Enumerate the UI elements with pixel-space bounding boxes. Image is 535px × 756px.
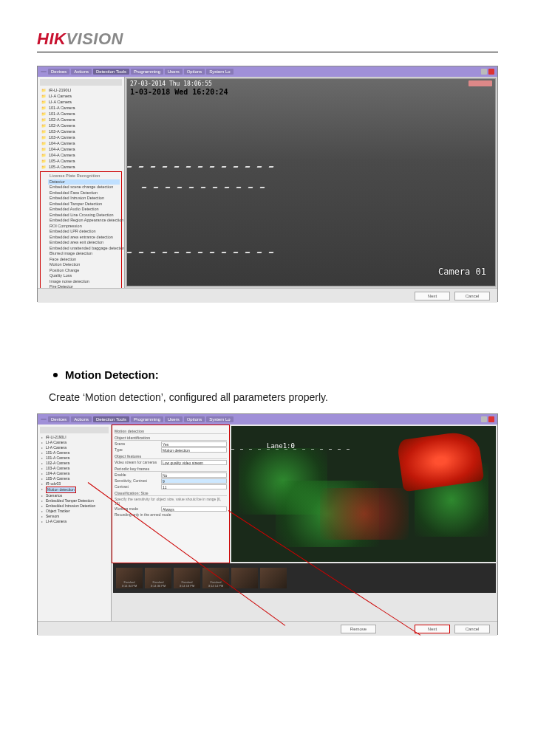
detector-item[interactable]: ROI Compression [48,224,120,230]
prop-value[interactable]: Motion detection [161,447,227,453]
next-button[interactable]: Next [415,292,450,300]
tab-system-log[interactable]: System Lo [206,416,233,422]
tree-item[interactable]: 101-A Camera [41,450,109,456]
thumbnail[interactable]: Finished3:14:36 PM [145,568,171,588]
detector-item[interactable]: Embedded area exit detection [48,240,120,246]
tab-detection-tools[interactable]: Detection Tools [93,69,129,75]
detector-item[interactable]: Embedded Tamper Detection [48,202,120,207]
close-icon[interactable] [488,416,494,422]
next-button[interactable]: Next [415,625,450,633]
screenshot-2: Devices Actions Detection Tools Programm… [37,413,498,635]
detector-item[interactable]: Embedded LPR detection [48,229,120,235]
tree-item[interactable]: 104-A Camera [43,146,122,152]
lane-marks [127,157,495,159]
tree-item[interactable]: Embedded Intrusion Detection [41,504,109,509]
tab-options[interactable]: Options [184,69,205,75]
detector-item[interactable]: Position Change [48,268,120,274]
camera-feed[interactable]: 27-03-2014 Thu 18:06:55 1-03-2018 Wed 16… [126,78,496,286]
tree-item[interactable]: 105-A Camera [43,164,122,170]
prop-value[interactable]: 11 [161,484,227,489]
tree-item[interactable]: LI-A Camera [43,99,122,105]
tree-item[interactable]: 102-A Camera [43,123,122,128]
tab-blank[interactable] [41,419,47,420]
tree-item[interactable]: Scenarios [41,493,109,498]
tab-programming[interactable]: Programming [131,416,163,422]
thumbnail-strip[interactable]: Finished3:14:34 PM Finished3:14:36 PM Fi… [113,563,496,593]
detector-item[interactable]: Blurred image detection [48,251,120,257]
tree-item[interactable]: 104-A Camera [43,152,122,158]
detector-item[interactable]: Motion Detection [48,262,120,268]
close-icon[interactable] [488,69,494,75]
tree-item[interactable]: iR-udv03 [41,481,109,487]
tab-detection-tools[interactable]: Detection Tools [93,416,129,422]
tree-item[interactable]: 105-A Camera [41,476,109,481]
detection-preview[interactable]: Lane1:0 [231,426,496,562]
tab-programming[interactable]: Programming [131,69,163,75]
tree-root[interactable]: iR-LI-2190LI [43,87,122,93]
detector-item[interactable]: Embedded Intrusion Detection [48,196,120,202]
tab-options[interactable]: Options [184,416,205,422]
tree-item[interactable]: 101-A Camera [43,105,122,111]
tab-devices[interactable]: Devices [48,69,69,75]
tree-item[interactable]: LI-A Camera [41,519,109,524]
working-mode-dropdown[interactable]: Always [161,506,227,512]
tree-item[interactable]: 104-A Camera [41,471,109,476]
tree-item[interactable]: Sensors [41,514,109,519]
tree-item[interactable]: 101-A Camera [43,111,122,117]
cancel-button[interactable]: Cancel [454,625,490,633]
detector-item[interactable]: Embedded Face Detection [48,190,120,196]
prop-value[interactable]: No [161,472,227,478]
detector-item[interactable]: Embedded Audio Detection [48,207,120,213]
prop-value[interactable]: Yes [161,441,227,447]
selected-label: Motion detection [46,487,76,493]
tree-item[interactable]: 103-A Camera [43,128,122,134]
detector-item[interactable]: Fire Detector [48,284,120,288]
lane-marks [127,243,495,244]
tree-item[interactable]: LI-A Camera [43,93,122,99]
tab-actions[interactable]: Actions [71,69,92,75]
prop-value[interactable]: Low quality video stream [161,460,227,465]
detector-item[interactable]: Embedded Line Crossing Detection [48,213,120,219]
detector-section-header[interactable]: License Plate Recognition [48,173,120,179]
detector-item[interactable]: Embedded scene change detection [48,185,120,190]
tree-item[interactable]: 104-A Camera [43,140,122,146]
detector-item[interactable]: Face detection [48,257,120,263]
thumbnail[interactable]: Finished3:14:14 PM [202,568,229,588]
thumbnail[interactable] [231,568,258,588]
tab-devices[interactable]: Devices [48,416,69,422]
tree-item[interactable]: 102-A Camera [41,461,109,466]
remove-button[interactable]: Remove [341,625,376,633]
tree-item-selected[interactable]: Motion detection [41,487,109,493]
tree-item[interactable]: 103-A Camera [41,466,109,471]
tree-item[interactable]: LI-A Camera [41,445,109,450]
tree-item[interactable]: Embedded Tamper Detection [41,498,109,504]
minimize-icon[interactable] [481,69,487,75]
tree-item[interactable]: 102-A Camera [43,117,122,123]
tab-users[interactable]: Users [165,416,183,422]
tree-item[interactable]: 101-A Camera [41,456,109,461]
tab-users[interactable]: Users [165,69,183,75]
cancel-button[interactable]: Cancel [454,292,490,300]
tree-root[interactable]: iR-LI-2190LI [41,435,109,440]
thumbnail[interactable] [260,568,287,588]
thumbnail[interactable]: Finished3:14:34 PM [116,568,143,588]
prop-value[interactable]: 9 [161,478,227,484]
tree-item[interactable]: 103-A Camera [43,134,122,140]
detector-item-selected[interactable]: Detector [48,179,120,185]
minimize-icon[interactable] [481,416,487,422]
device-tree[interactable]: iR-LI-2190LI LI-A Camera LI-A Camera 101… [38,425,112,621]
tree-item[interactable]: Object Tracker [41,509,109,514]
detector-item[interactable]: Embedded area entrance detection [48,235,120,241]
detector-item[interactable]: Image noise detection [48,279,120,285]
tree-item[interactable]: LI-A Camera [41,440,109,445]
thumbnail[interactable]: Finished3:14:18 PM [174,568,200,588]
detector-item[interactable]: Embedded unattended baggage detection [48,246,120,252]
tree-root-list: iR-LI-2190LI LI-A Camera LI-A Camera 101… [40,87,122,170]
tab-system-log[interactable]: System Lo [206,69,233,75]
tab-blank[interactable] [41,71,47,72]
detector-item[interactable]: Embedded Region Appearance detection [48,218,120,224]
device-tree[interactable]: iR-LI-2190LI LI-A Camera LI-A Camera 101… [38,77,125,288]
tab-actions[interactable]: Actions [71,416,92,422]
detector-item[interactable]: Quality Loss [48,273,120,279]
tree-item[interactable]: 105-A Camera [43,158,122,164]
